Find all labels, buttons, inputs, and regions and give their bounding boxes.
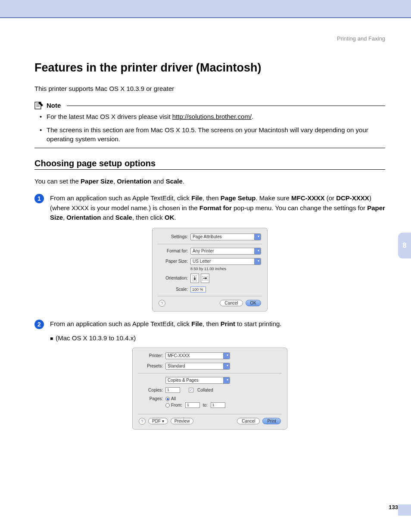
paper-size-select[interactable]: US Letter (190, 258, 261, 265)
print-button[interactable]: Print (262, 418, 281, 424)
step-number-2: 2 (34, 320, 44, 329)
select-value: Standard (168, 364, 185, 368)
help-icon[interactable]: ? (159, 300, 165, 307)
pages-label: Pages: (139, 396, 163, 401)
t: pop-up menu. You can change the settings… (232, 204, 367, 212)
section-header: Printing and Faxing (34, 35, 385, 42)
t: From an application such as Apple TextEd… (50, 194, 191, 202)
bottom-band (398, 504, 411, 516)
setup-text: You can set the Paper Size, Orientation … (34, 177, 385, 186)
cancel-button[interactable]: Cancel (237, 418, 260, 424)
copies-label: Copies: (139, 388, 163, 392)
note-label: Note (47, 102, 61, 109)
select-value: Page Attributes (193, 234, 222, 239)
settings-select[interactable]: Page Attributes (190, 233, 261, 240)
to-input[interactable]: 1 (211, 402, 225, 408)
note-item-1-suffix: . (252, 113, 253, 120)
t: Orientation (117, 177, 151, 185)
to-label: to: (203, 402, 208, 407)
t: Orientation (66, 214, 101, 221)
page-content: Printing and Faxing Features in the prin… (0, 18, 411, 429)
step-1-text: From an application such as Apple TextEd… (50, 193, 385, 223)
t: Page Setup (221, 194, 256, 202)
orientation-landscape-icon[interactable] (201, 274, 209, 283)
ok-button[interactable]: OK (246, 300, 261, 306)
cancel-button[interactable]: Cancel (220, 300, 243, 306)
note-header: Note (34, 101, 385, 109)
from-label: From: (171, 402, 182, 407)
orientation-portrait-icon[interactable] (190, 274, 199, 283)
square-bullet-icon: ■ (50, 336, 53, 342)
t: OK (165, 214, 174, 221)
note-divider (67, 106, 385, 106)
note-item-1-prefix: For the latest Mac OS X drivers please v… (47, 113, 172, 120)
t: Scale (115, 214, 132, 221)
t: . (183, 177, 184, 185)
scale-label: Scale: (159, 287, 188, 292)
t: and (101, 214, 115, 221)
svg-point-8 (203, 277, 205, 279)
svg-rect-6 (194, 278, 196, 280)
sub-bullet: ■(Mac OS X 10.3.9 to 10.4.x) (50, 334, 385, 342)
scale-input[interactable]: 100 % (190, 286, 206, 292)
t: to start printing. (235, 320, 282, 327)
step-number-1: 1 (34, 194, 44, 203)
paper-size-label: Paper Size: (159, 259, 188, 264)
t: MFC-XXXX (291, 194, 325, 202)
page-number: 133 (389, 504, 398, 510)
svg-point-5 (194, 276, 196, 277)
t: DCP-XXXX (336, 194, 369, 202)
t: Format for (199, 204, 232, 212)
sub-bullet-text: (Mac OS X 10.3.9 to 10.4.x) (56, 334, 136, 342)
note-item-1: For the latest Mac OS X drivers please v… (42, 112, 385, 121)
note-list: For the latest Mac OS X drivers please v… (34, 112, 385, 143)
pdf-button[interactable]: PDF ▾ (148, 418, 168, 424)
orientation-label: Orientation: (159, 276, 188, 280)
t: . (174, 214, 176, 221)
t: , then click (132, 214, 165, 221)
note-bottom-divider (34, 148, 385, 148)
select-value: MFC-XXXX (168, 353, 190, 358)
collated-checkbox[interactable]: ✓ (189, 388, 193, 392)
t: , (113, 177, 117, 185)
format-for-label: Format for: (159, 249, 188, 253)
presets-label: Presets: (139, 364, 163, 368)
chapter-tab: 8 (398, 233, 411, 258)
intro-text: This printer supports Mac OS X 10.3.9 or… (34, 84, 385, 93)
t: , then (202, 194, 221, 202)
select-value: Copies & Pages (168, 378, 199, 383)
settings-label: Settings: (159, 234, 188, 239)
paper-dimensions: 8.50 by 11.00 inches (190, 267, 261, 271)
help-icon[interactable]: ? (139, 418, 146, 425)
pages-all-radio[interactable] (165, 397, 170, 401)
t: You can set the (34, 177, 81, 185)
t: Scale (166, 177, 183, 185)
presets-select[interactable]: Standard (165, 363, 230, 370)
t: , then (202, 320, 221, 327)
page-setup-dialog: Settings: Page Attributes Format for: An… (152, 228, 268, 311)
t: From an application such as Apple TextEd… (50, 320, 191, 327)
step-1: 1 From an application such as Apple Text… (34, 193, 385, 223)
note-link[interactable]: http://solutions.brother.com/ (172, 113, 252, 120)
section-select[interactable]: Copies & Pages (165, 377, 230, 384)
format-for-select[interactable]: Any Printer (190, 248, 261, 255)
select-value: US Letter (193, 259, 211, 264)
printer-label: Printer: (139, 353, 163, 358)
preview-button[interactable]: Preview (171, 418, 194, 424)
note-item-2: The screens in this section are from Mac… (42, 125, 385, 143)
select-value: Any Printer (193, 249, 214, 253)
copies-input[interactable]: 1 (165, 387, 180, 393)
top-header-band (0, 0, 411, 18)
t: Paper Size (81, 177, 113, 185)
step-2-text: From an application such as Apple TextEd… (50, 319, 385, 329)
t: (or (325, 194, 336, 202)
collated-label: Collated (197, 388, 213, 392)
print-dialog: Printer: MFC-XXXX Presets: Standard Copi… (132, 348, 287, 429)
note-icon (34, 101, 44, 109)
page-title: Features in the printer driver (Macintos… (34, 61, 385, 75)
pages-from-radio[interactable] (165, 403, 170, 408)
step-2: 2 From an application such as Apple Text… (34, 319, 385, 329)
printer-select[interactable]: MFC-XXXX (165, 352, 230, 359)
pages-all-label: All (171, 396, 176, 401)
from-input[interactable]: 1 (185, 402, 200, 408)
